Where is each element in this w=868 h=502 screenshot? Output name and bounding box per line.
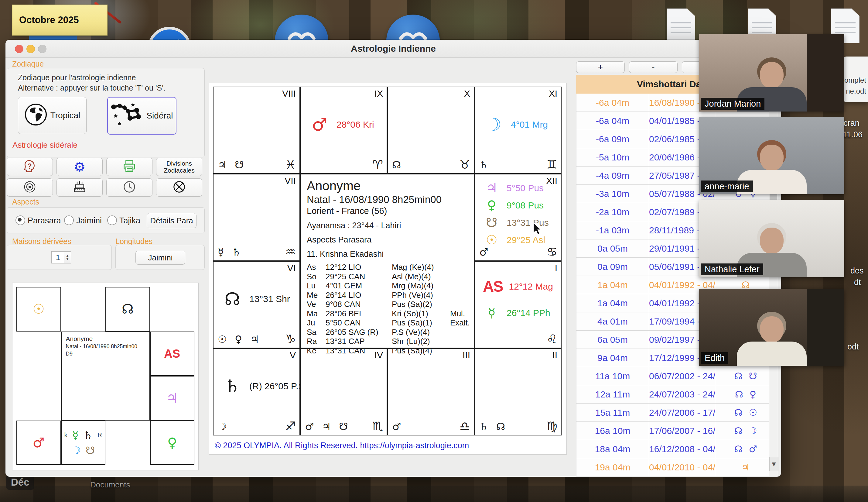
position-status [450,328,468,337]
position-row: Ju5°50 CANPus (Sa)(1)Exalt. [307,318,474,328]
table-row[interactable]: 18a 04m16/12/2008 - 04/01/2010☊ ♂ [577,440,778,458]
dasha-duration: -1a 03m [577,221,649,239]
dasha-dates: 06/07/2002 - 24/07/2003 [649,367,715,385]
radio-jaimini[interactable] [64,215,74,225]
sideral-button[interactable]: Sidéral [107,97,176,135]
details-para-button[interactable]: Détails Para [147,213,196,228]
position-degree: 12°12 LIO [326,263,392,272]
transit-time-button[interactable] [106,178,153,197]
planet-row: ☋13°31 Pus [483,216,558,230]
planet-list: AS12°12 Mag☿26°14 PPh [483,267,558,331]
sticky-note[interactable]: Octobre 2025 [12,4,107,35]
tropical-button[interactable]: Tropical [18,97,86,134]
close-chart-button[interactable] [156,178,202,197]
position-degree: 13°31 CAN [326,346,392,356]
planet-glyph: ☽ [483,115,505,134]
document-icon[interactable] [666,9,695,43]
planet-row: ♄(R) 26°05 P.S [221,377,297,395]
house-lords-glyphs: ☊ [392,159,403,171]
south-chart-name: Anonyme [66,335,149,342]
position-nakshatra: Pus (Sa)(4) [392,346,450,356]
dasha-duration: -6a 04m [577,112,649,130]
north-chart-house-IX: IX♂28°06 Kri♈ [300,86,387,174]
birthday-button[interactable] [56,178,103,197]
table-row[interactable]: 11a 10m06/07/2002 - 24/07/2003☊ ☋ [577,367,778,385]
dasha-minus-button[interactable]: - [629,61,678,73]
table-row[interactable]: 16a 10m17/06/2007 - 16/12/2008☊ ☽ [577,422,778,440]
settings-button[interactable]: ⚙ [56,158,103,176]
video-tile-anne-marie[interactable]: anne-marie [699,117,844,194]
table-row[interactable]: 12a 11m24/07/2003 - 24/07/2006☊ ♀ [577,385,778,403]
south-chart-cell: ☊ [105,287,150,331]
planet-glyph: ♄ [221,377,243,395]
planet-row: ♃5°50 Pus [483,181,558,195]
position-status [450,346,468,356]
big-dipper-icon [111,102,144,130]
position-degree: 9°08 CAN [326,300,392,309]
position-nakshatra: Pus (Sa)(2) [392,300,450,309]
participant-name-tag: Jordan Marion [701,98,764,110]
dasha-duration: 12a 11m [577,385,649,403]
house-lords-glyphs: ♂ ♃ ☋ [305,421,350,432]
dasha-duration: -3a 10m [577,185,649,203]
chart-natal: Natal - 16/08/1990 8h25min00 [307,194,474,205]
position-planet: Me [307,290,326,300]
zodiac-sign-icon: ♓ [285,158,296,171]
longitudes-groupbox: Jaimini [115,245,205,270]
dasha-wheel-button[interactable] [7,178,53,197]
planet-glyph: ♃ [166,391,178,405]
zodiaque-section-label: Zodiaque [12,60,44,68]
maisons-stepper[interactable]: ▲▼ [64,251,71,264]
house-number: VIII [282,89,296,99]
print-button[interactable] [106,158,153,176]
video-tile-jordan-marion[interactable]: Jordan Marion [699,34,844,112]
table-row[interactable]: 15a 11m24/07/2006 - 17/06/2007☊ ☉ [577,403,778,422]
scroll-down-arrow-icon[interactable]: ▼ [769,457,778,471]
radio-parasara[interactable] [16,215,25,225]
participant-face [760,228,784,254]
planet-glyph: ☿ [483,306,500,320]
radio-tajika[interactable] [107,215,117,225]
position-nakshatra: Mrg (Ma)(4) [392,281,450,290]
house-lords-glyphs: ♂ [479,246,491,258]
sticky-note-text: Octobre 2025 [19,14,79,25]
dock[interactable] [0,485,868,502]
dasha-dates: 04/01/2010 - 04/01/2026 [649,458,715,476]
video-tile-edith[interactable]: Edith [699,289,844,366]
longitudes-jaimini-button[interactable]: Jaimini [135,251,185,265]
glyph-line: ♂ [33,436,45,449]
dasha-lord-glyphs: ♃ [715,462,778,472]
file-label: omplet [844,76,866,84]
position-status: Exalt. [450,318,468,328]
cake-icon [73,180,86,195]
house-number: X [464,89,470,99]
planet-row: AS12°12 Mag [483,278,558,295]
position-status [450,337,468,346]
mouse-cursor [532,222,543,237]
position-degree: 26°14 LIO [326,290,392,300]
position-nakshatra: Pus (Sa)(1) [392,318,450,328]
divisions-zodiacales-button[interactable]: Divisions Zodiacales [156,158,202,176]
house-number: II [552,350,557,360]
dasha-plus-button[interactable]: + [576,61,625,73]
dasha-duration: 1a 04m [577,294,649,312]
maisons-value-field[interactable]: 1 [51,251,65,264]
help-button[interactable]: ? [7,158,53,176]
zodiac-sign-icon: ♍ [547,419,557,433]
south-chart-cell: ♂ [17,421,61,465]
south-chart-panel: Anonyme Natal - 16/08/1990 8h25min00 D9 … [12,283,199,470]
table-row[interactable]: 19a 04m04/01/2010 - 04/01/2026♃ [577,458,778,477]
house-lords-glyphs: ♄ [479,159,491,171]
position-degree: 4°01 GEM [326,281,392,290]
app-window: Astrologie Indienne Zodiaque Zodiaque po… [6,40,781,477]
planet-row: ♀9°08 Pus [483,198,558,212]
south-chart-grid: Anonyme Natal - 16/08/1990 8h25min00 D9 … [17,287,194,465]
planet-list: ♃5°50 Pus♀9°08 Pus☋13°31 Pus☉29°25 Asl [483,180,558,243]
position-row: Ra13°31 CAPShr (Lu)(2) [307,337,474,346]
planet-glyph: ♃ [483,181,500,195]
planet-degree: 28°06 Kri [337,120,374,130]
north-chart-house-VII: VII☿ ♄♒ [213,174,300,261]
video-tile-nathalie-lefer[interactable]: Nathalie Lefer [699,200,844,277]
participant-face [760,145,784,171]
planet-glyph: ☊ [122,303,134,316]
